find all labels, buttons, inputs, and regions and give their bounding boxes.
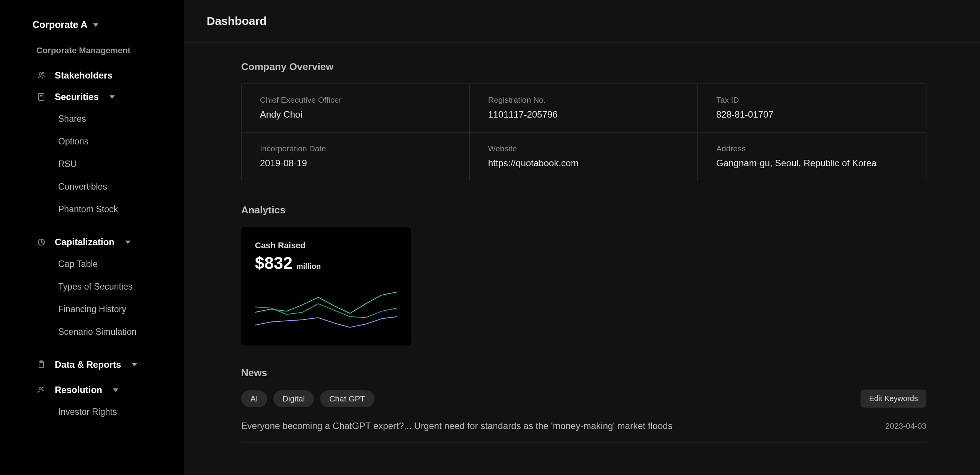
sidebar-item-label: Scenario Simulation [58,327,137,337]
gavel-icon [36,385,46,395]
overview-value: 1101117-205796 [488,109,679,120]
sidebar-item-label: Securities [55,92,99,102]
news-title: Everyone becoming a ChatGPT expert?... U… [241,421,673,431]
sidebar-item-label: Capitalization [55,237,114,247]
people-icon [36,70,46,80]
overview-value: Andy Choi [260,109,451,120]
news-row[interactable]: Everyone becoming a ChatGPT expert?... U… [241,421,926,442]
section-title-analytics: Analytics [241,204,926,216]
sidebar-item-investor-rights[interactable]: Investor Rights [0,401,184,423]
sidebar-item-label: Shares [58,114,86,124]
chip-label: AI [250,394,258,403]
sidebar-item-label: RSU [58,159,77,169]
overview-value: https://quotabook.com [488,158,679,169]
news-keyword-chips: AI Digital Chat GPT [241,390,374,407]
overview-label: Chief Executive Officer [260,95,451,105]
overview-value: Gangnam-gu, Seoul, Republic of Korea [716,158,908,169]
overview-label: Address [716,144,908,153]
sidebar-item-shares[interactable]: Shares [0,108,184,130]
news-toolbar: AI Digital Chat GPT Edit Keywords [241,390,926,408]
analytics-sparkline-chart [255,281,397,335]
main: Dashboard Company Overview Chief Executi… [184,0,980,475]
sidebar-section-title: Corporate Management [0,46,184,65]
sidebar-item-label: Convertibles [58,182,107,192]
analytics-card-cash-raised[interactable]: Cash Raised $832 million [241,227,411,346]
sidebar-item-data-reports[interactable]: Data & Reports [0,354,184,375]
sidebar-item-resolution[interactable]: Resolution [0,379,184,401]
chip-chat-gpt[interactable]: Chat GPT [320,390,374,407]
sidebar-item-label: Resolution [55,385,102,395]
chevron-down-icon [132,361,137,368]
sidebar-item-securities[interactable]: Securities [0,86,184,108]
sidebar-item-label: Types of Securities [58,282,132,292]
sidebar-item-label: Cap Table [58,259,98,269]
chip-digital[interactable]: Digital [273,390,314,407]
sidebar-item-label: Phantom Stock [58,204,118,215]
document-icon [36,92,46,102]
sidebar-item-scenario-simulation[interactable]: Scenario Simulation [0,321,184,343]
overview-value: 828-81-01707 [716,109,908,120]
sidebar-item-stakeholders[interactable]: Stakeholders [0,65,184,86]
sidebar-item-label: Investor Rights [58,407,117,417]
chevron-down-icon [109,93,115,100]
org-name: Corporate A [33,19,88,30]
chevron-down-icon [125,239,131,246]
svg-point-0 [39,73,41,75]
sidebar-item-rsu[interactable]: RSU [0,153,184,175]
analytics-card-amount: $832 million [255,254,397,273]
analytics-amount-unit: million [296,262,321,271]
sidebar-item-convertibles[interactable]: Convertibles [0,175,184,198]
chevron-down-icon [93,21,98,28]
sidebar-item-cap-table[interactable]: Cap Table [0,253,184,275]
section-title-overview: Company Overview [241,61,926,73]
sidebar-item-phantom-stock[interactable]: Phantom Stock [0,198,184,221]
overview-cell-ceo: Chief Executive Officer Andy Choi [242,84,470,133]
edit-keywords-button[interactable]: Edit Keywords [861,390,926,408]
button-label: Edit Keywords [869,394,918,403]
chart-icon [36,237,46,247]
overview-value: 2019-08-19 [260,158,451,169]
svg-point-6 [39,388,41,390]
section-title-news: News [241,367,926,379]
sidebar-item-options[interactable]: Options [0,130,184,153]
overview-label: Tax ID [716,95,908,105]
chip-label: Digital [283,394,305,403]
overview-label: Incorporation Date [260,144,451,153]
sidebar-item-financing-history[interactable]: Financing History [0,298,184,321]
overview-cell-website: Website https://quotabook.com [470,133,698,181]
sidebar-item-types-of-securities[interactable]: Types of Securities [0,275,184,298]
overview-cell-incorporation-date: Incorporation Date 2019-08-19 [242,133,470,181]
sidebar-item-label: Financing History [58,304,126,314]
clipboard-icon [36,360,46,370]
analytics-card-title: Cash Raised [255,241,397,251]
chip-ai[interactable]: AI [241,390,267,407]
analytics-amount-value: $832 [255,254,292,273]
page-title: Dashboard [207,15,980,28]
chip-label: Chat GPT [329,394,365,403]
overview-label: Website [488,144,679,153]
overview-cell-registration: Registration No. 1101117-205796 [470,84,698,133]
chevron-down-icon [113,387,118,393]
overview-label: Registration No. [488,95,679,105]
news-date: 2023-04-03 [885,421,926,431]
sidebar-item-label: Stakeholders [55,70,113,81]
company-overview-grid: Chief Executive Officer Andy Choi Regist… [241,84,926,181]
sidebar-item-label: Options [58,136,88,147]
sidebar-item-capitalization[interactable]: Capitalization [0,231,184,253]
sidebar: Corporate A Corporate Management Stakeho… [0,0,184,475]
org-switcher[interactable]: Corporate A [0,19,184,46]
content: Company Overview Chief Executive Officer… [184,43,980,442]
topbar: Dashboard [184,0,980,43]
overview-cell-address: Address Gangnam-gu, Seoul, Republic of K… [698,133,926,181]
overview-cell-tax-id: Tax ID 828-81-01707 [698,84,926,133]
sidebar-item-label: Data & Reports [55,359,121,370]
svg-point-1 [42,72,44,74]
